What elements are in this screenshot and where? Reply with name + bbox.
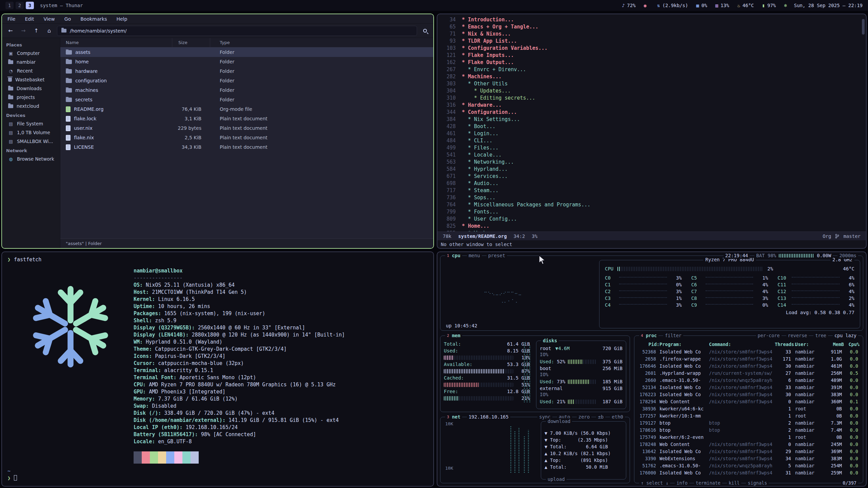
process-row[interactable]: 178248 Web Content /nix/store/sm8fnrf3wp… xyxy=(638,441,860,448)
status-module[interactable]: ♨ 46°C xyxy=(737,3,754,8)
process-row[interactable]: 175749 kworker/6:2-even 1 root 0B 0.0 xyxy=(638,433,860,441)
file-row[interactable]: configuration Folder xyxy=(60,76,433,85)
org-heading-line[interactable]: 428 * Boot... xyxy=(437,123,866,130)
process-row[interactable]: 2658 .firefox-wrappe /nix/store/sm8fnrf3… xyxy=(638,355,860,362)
org-heading-line[interactable]: 316 * Hardware... xyxy=(437,102,866,109)
sidebar-item[interactable]: Wastebasket xyxy=(2,75,60,84)
org-heading-line[interactable]: 121 * Flake Inputs... xyxy=(437,52,866,59)
process-row[interactable]: 2601 .Hyprland-wrapp /run/current-system… xyxy=(638,369,860,377)
column-cpu[interactable]: Cpu% xyxy=(844,342,860,347)
file-row[interactable]: flake.nix 2,5 KiB Plain text document xyxy=(60,133,433,142)
net-control-button[interactable]: eth0 xyxy=(610,414,625,420)
proc-footer-action[interactable]: terminate xyxy=(694,480,722,486)
sidebar-item[interactable]: Downloads xyxy=(2,84,60,93)
process-row[interactable]: 178294 Web Content /nix/store/sm8fnrf3wp… xyxy=(638,398,860,405)
file-row[interactable]: flake.lock 3,1 KiB Plain text document xyxy=(60,114,433,123)
process-row[interactable]: 178616 btop btop 2 nambiar 7.4M 0.0 xyxy=(638,426,860,433)
process-row[interactable]: 176646 Isolated Web Co /nix/store/sm8fnr… xyxy=(638,362,860,369)
workspace-button[interactable]: 2 xyxy=(16,2,24,9)
net-box-title[interactable]: 3net xyxy=(445,414,462,420)
search-button[interactable] xyxy=(420,26,430,36)
workspace-button[interactable]: 3 xyxy=(26,2,34,9)
process-row[interactable]: 52368 Isolated Web Co /nix/store/sm8fnrf… xyxy=(638,348,860,355)
net-control-button[interactable]: zero xyxy=(577,414,592,420)
org-heading-line[interactable]: 584 * Hyprland... xyxy=(437,166,866,173)
org-heading-line[interactable]: 34 * Introduction... xyxy=(437,16,866,23)
terminal-window[interactable]: ❯ fastfetch nam xyxy=(1,251,434,487)
proc-filter-button[interactable]: filter xyxy=(663,332,683,339)
org-heading-line[interactable]: 541 * Locale... xyxy=(437,151,866,159)
proc-footer-action[interactable]: kill xyxy=(727,480,742,486)
shell-prompt-area[interactable]: ~ ❯ xyxy=(7,468,428,482)
org-heading-line[interactable]: 764 * Miscellaneous Packages and Program… xyxy=(437,201,866,208)
org-heading-line[interactable]: 855 * Waubar... xyxy=(437,230,866,231)
org-heading-line[interactable]: 717 * Steam... xyxy=(437,187,866,194)
btop-menu-button[interactable]: menu xyxy=(467,252,482,259)
path-bar[interactable]: /home/nambiar/system/ xyxy=(57,26,417,36)
column-header-name[interactable]: Name xyxy=(60,38,172,47)
sidebar-item[interactable]: ◍ Browse Network xyxy=(2,155,60,163)
org-heading-line[interactable]: 384 * Nix Settings... xyxy=(437,116,866,123)
column-user[interactable]: User: xyxy=(795,342,823,347)
menu-item[interactable]: Bookmarks xyxy=(80,16,107,22)
org-heading-line[interactable]: 267 * Envrc + Direnv... xyxy=(437,66,866,73)
org-heading-line[interactable]: 799 * Fonts... xyxy=(437,208,866,216)
file-row[interactable]: assets Folder xyxy=(60,47,433,57)
status-module[interactable]: ◉ xyxy=(644,3,649,8)
process-row[interactable]: 2660 .emacs-31.0.50- /nix/store/wnqz5pa8… xyxy=(638,377,860,384)
process-row[interactable]: 176000 Isolated Web Co /nix/store/sm8fnr… xyxy=(638,469,860,476)
org-heading-line[interactable]: 93 * TLDR App List... xyxy=(437,38,866,45)
disks-box-title[interactable]: disks xyxy=(541,338,559,344)
process-row[interactable]: 177257 kworker/10:1-mm_ 1 root 0B 0.0 xyxy=(638,412,860,419)
status-module[interactable]: ▦ 0% xyxy=(696,3,707,8)
org-heading-line[interactable]: 71 * Nix & Nixos... xyxy=(437,30,866,38)
org-heading-line[interactable]: 65 * Emacs + Org + Tangle... xyxy=(437,23,866,30)
home-button[interactable]: ⌂ xyxy=(44,26,54,36)
file-row[interactable]: LICENSE 34,3 KiB Plain text document xyxy=(60,142,433,152)
process-row[interactable]: 38936 kworker/u64:6-kc 1 root 0B 0.0 xyxy=(638,405,860,412)
sidebar-item[interactable]: ▤ 1,0 TB Volume xyxy=(2,128,60,137)
mem-box-title[interactable]: 2mem xyxy=(445,332,462,339)
sidebar-item[interactable]: nextcloud xyxy=(2,102,60,110)
column-pid[interactable]: Pid: xyxy=(638,342,659,347)
file-row[interactable]: secrets Folder xyxy=(60,95,433,104)
org-heading-line[interactable]: 499 * Files... xyxy=(437,144,866,151)
column-threads[interactable]: Threads: xyxy=(775,342,795,347)
process-row[interactable]: 13642 Isolated Web Co /nix/store/sm8fnrf… xyxy=(638,448,860,455)
column-header-size[interactable]: Size xyxy=(172,38,210,47)
org-heading-line[interactable]: 825 * Home... xyxy=(437,223,866,230)
process-row[interactable]: 51762 .emacs-31.0.50- /nix/store/wnqz5pa… xyxy=(638,462,860,469)
scrollbar-thumb[interactable] xyxy=(862,19,865,35)
proc-footer-action[interactable]: signals xyxy=(746,480,769,486)
sidebar-item[interactable]: projects xyxy=(2,93,60,102)
sidebar-item[interactable]: ▤ SMALLBOX Wi... xyxy=(2,137,60,146)
file-row[interactable]: home Folder xyxy=(60,57,433,66)
org-heading-line[interactable]: 698 * Audio... xyxy=(437,180,866,187)
status-module[interactable]: ▮ 97% xyxy=(762,3,776,8)
file-row[interactable]: README.org 76,4 KiB Org-mode file xyxy=(60,104,433,114)
column-command[interactable]: Command: xyxy=(709,342,775,347)
menu-item[interactable]: Edit xyxy=(25,16,34,22)
clock[interactable]: Sun, 28 Sep 2025 — 22:19 xyxy=(794,3,863,8)
sidebar-item[interactable]: ◔ Recent xyxy=(2,66,60,75)
org-heading-line[interactable]: 671 * Services... xyxy=(437,173,866,180)
menu-item[interactable]: Go xyxy=(64,16,71,22)
proc-tree-toggle[interactable]: tree xyxy=(813,332,828,339)
btop-preset-button[interactable]: preset xyxy=(487,252,507,259)
proc-box-title[interactable]: 4proc xyxy=(639,332,658,339)
menu-item[interactable]: View xyxy=(44,16,55,22)
emacs-scrollbar[interactable] xyxy=(862,16,865,247)
proc-footer-action[interactable]: info xyxy=(675,480,689,486)
proc-reverse-toggle[interactable]: reverse xyxy=(786,332,809,339)
org-heading-line[interactable]: 736 * Sops... xyxy=(437,194,866,201)
column-memb[interactable]: MemB xyxy=(823,342,844,347)
workspace-button[interactable]: 1 xyxy=(5,2,14,9)
org-heading-line[interactable]: 461 * Login... xyxy=(437,130,866,137)
file-row[interactable]: user.nix 229 bytes Plain text document xyxy=(60,123,433,133)
org-heading-line[interactable]: 304 * Updates... xyxy=(437,87,866,95)
update-interval[interactable]: 2000ms xyxy=(837,252,858,259)
column-program[interactable]: Program: xyxy=(659,342,709,347)
menu-item[interactable]: File xyxy=(7,16,15,22)
column-header-type[interactable]: Type xyxy=(210,40,433,45)
back-button[interactable]: ← xyxy=(5,26,16,36)
